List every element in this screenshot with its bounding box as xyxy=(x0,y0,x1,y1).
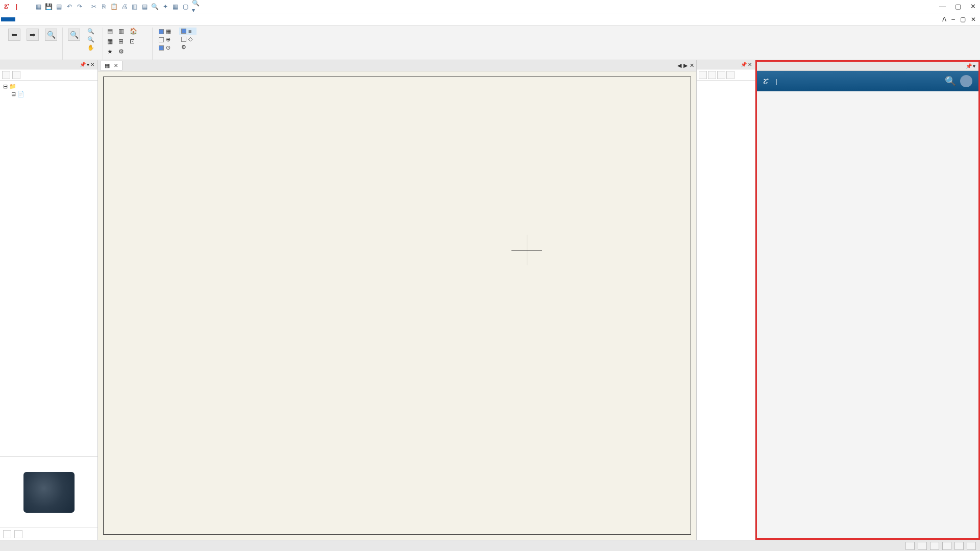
ecp-search-icon[interactable]: 🔍 xyxy=(945,76,956,87)
close-icon[interactable]: ✕ xyxy=(970,3,976,10)
zoom-to-area-button[interactable]: 🔍 xyxy=(67,28,81,43)
qat-grid-icon[interactable]: ▦ xyxy=(172,3,180,11)
tab-close-icon[interactable]: ✕ xyxy=(114,63,118,68)
res-tb1[interactable] xyxy=(699,71,707,79)
qat-page1-icon[interactable]: ▥ xyxy=(131,3,139,11)
res-tb4[interactable] xyxy=(726,71,734,79)
maximize-icon[interactable]: ▢ xyxy=(955,3,961,10)
pages-panel-header: 📌▾✕ xyxy=(0,60,97,69)
qat-cut-icon[interactable]: ✂ xyxy=(90,3,98,11)
panel-btn-5[interactable]: ⊞ xyxy=(118,38,128,47)
status-bar xyxy=(0,540,980,551)
ecp-panel: 📌▾ ፘ | 🔍 xyxy=(755,60,980,540)
qat-print-icon[interactable]: 🖨 xyxy=(120,3,129,11)
ecp-avatar[interactable] xyxy=(960,75,972,87)
panel-btn-3[interactable]: 🏠 xyxy=(130,28,139,37)
qat-page2-icon[interactable]: ▤ xyxy=(141,3,149,11)
object-snap-toggle[interactable]: ◇ xyxy=(179,35,197,43)
ribbon-restore-icon[interactable]: ▢ xyxy=(960,16,966,23)
ribbon: ⬅ ➡ 🔍 🔍 🔍 🔍 ✋ ▤ ▥ 🏠 ▦ ⊞ ⊡ ★ xyxy=(0,26,980,60)
next-drawing-button[interactable]: ➡ xyxy=(26,28,40,43)
window-controls: — ▢ ✕ xyxy=(939,3,976,10)
qat-paste-icon[interactable]: 📋 xyxy=(110,3,118,11)
restore-panel-layout-button[interactable] xyxy=(144,29,148,30)
pages-view2-icon[interactable] xyxy=(12,71,20,79)
tree-book[interactable]: ⊟ 📄 xyxy=(1,90,96,98)
canvas-tab[interactable]: ▦ ✕ xyxy=(100,61,122,70)
qat-zoom-icon[interactable]: 🔍 xyxy=(151,3,159,11)
line-thickness-toggle[interactable]: ≡ xyxy=(179,28,197,35)
save-panel-layout-button[interactable] xyxy=(144,28,148,29)
qat-target-icon[interactable]: ✦ xyxy=(161,3,169,11)
parameters-button[interactable]: ⚙ xyxy=(179,43,197,51)
minimize-icon[interactable]: — xyxy=(939,3,946,10)
ribbon-min-icon[interactable]: – xyxy=(951,16,955,23)
schematic-canvas[interactable] xyxy=(98,71,696,540)
tab-list-icon[interactable]: ✕ xyxy=(690,62,694,69)
panel-menu-icon[interactable]: ▾ xyxy=(87,62,89,67)
ecp-menu-icon[interactable]: ▾ xyxy=(973,63,975,69)
sb-list-icon[interactable] xyxy=(942,542,951,550)
zoom-in-out-button[interactable]: 🔍 xyxy=(85,36,99,43)
qat-box-icon[interactable]: ▢ xyxy=(182,3,190,11)
zoom-to-fit-button[interactable]: 🔍 xyxy=(85,28,99,35)
qat-save-icon[interactable]: 💾 xyxy=(45,3,53,11)
panel-btn-7[interactable]: ★ xyxy=(107,48,116,57)
qat-copy-icon[interactable]: ⎘ xyxy=(100,3,108,11)
pages-tree[interactable]: ⊟ 📁 ⊟ 📄 xyxy=(0,81,97,456)
tree-root[interactable]: ⊟ 📁 xyxy=(1,83,96,90)
preview-thumbnail xyxy=(0,456,97,528)
search-page-button[interactable]: 🔍 xyxy=(44,28,58,43)
panel-btn-2[interactable]: ▥ xyxy=(118,28,128,37)
sb-tool1-icon[interactable] xyxy=(954,542,964,550)
sb-page-icon[interactable] xyxy=(918,542,927,550)
panel-btn-6[interactable]: ⊡ xyxy=(130,38,139,47)
panel-close-icon[interactable]: ✕ xyxy=(90,62,94,67)
panel-btn-8[interactable]: ⚙ xyxy=(118,48,128,57)
quick-access-toolbar: ▦ 💾 ▤ ↶ ↷ ✂ ⎘ 📋 🖨 ▥ ▤ 🔍 ✦ ▦ ▢ 🔍▾ xyxy=(35,3,200,11)
tab-prev-icon[interactable]: ◀ xyxy=(677,62,681,69)
file-menu[interactable] xyxy=(1,17,15,21)
app-logo: ፘ | xyxy=(4,2,22,11)
pages-view1-icon[interactable] xyxy=(2,71,10,79)
res-pin-icon[interactable]: 📌 xyxy=(741,62,747,67)
qat-book-icon[interactable]: ▤ xyxy=(55,3,63,11)
snap-toggle[interactable]: ⊙ xyxy=(157,44,175,52)
orthomode-toggle[interactable]: ⊕ xyxy=(157,36,175,43)
ecp-panel-header: 📌▾ xyxy=(757,62,978,71)
previous-drawing-button[interactable]: ⬅ xyxy=(7,28,21,43)
menu-bar: ᐱ – ▢ ✕ xyxy=(0,13,980,26)
panel-pin-icon[interactable]: 📌 xyxy=(80,62,86,67)
preview-btn1[interactable] xyxy=(3,530,11,538)
grid-toggle[interactable]: ▦ xyxy=(157,28,175,35)
ds-icon: ፘ xyxy=(4,2,9,11)
reset-panel-layout-button[interactable] xyxy=(144,31,148,32)
res-tb2[interactable] xyxy=(708,71,716,79)
sb-cursor-icon[interactable] xyxy=(930,542,939,550)
resources-header: 📌✕ xyxy=(697,60,755,69)
qat-search-icon[interactable]: 🔍▾ xyxy=(192,3,200,11)
preview-btn2[interactable] xyxy=(14,530,22,538)
canvas-area: ▦ ✕ ◀ ▶ ✕ xyxy=(98,60,696,540)
res-close-icon[interactable]: ✕ xyxy=(748,62,752,67)
resources-panel: 📌✕ xyxy=(696,60,755,540)
tab-next-icon[interactable]: ▶ xyxy=(683,62,688,69)
ecp-pin-icon[interactable]: 📌 xyxy=(966,63,972,69)
ribbon-close-icon[interactable]: ✕ xyxy=(971,16,976,23)
qat-redo-icon[interactable]: ↷ xyxy=(76,3,84,11)
ribbon-expand-icon[interactable]: ᐱ xyxy=(942,16,946,23)
panel-btn-1[interactable]: ▤ xyxy=(107,28,116,37)
canvas-cursor xyxy=(511,235,542,265)
sb-grid-icon[interactable] xyxy=(905,542,915,550)
qat-new-icon[interactable]: ▦ xyxy=(35,3,43,11)
title-bar: ፘ | ▦ 💾 ▤ ↶ ↷ ✂ ⎘ 📋 🖨 ▥ ▤ 🔍 ✦ ▦ ▢ 🔍▾ — ▢… xyxy=(0,0,980,13)
ecp-brand-header: ፘ | 🔍 xyxy=(757,71,978,91)
pan-button[interactable]: ✋ xyxy=(85,44,99,52)
qat-undo-icon[interactable]: ↶ xyxy=(65,3,74,11)
panel-btn-4[interactable]: ▦ xyxy=(107,38,116,47)
ds-logo-icon: ፘ xyxy=(763,77,768,86)
res-tb3[interactable] xyxy=(717,71,725,79)
pages-panel: 📌▾✕ ⊟ 📁 ⊟ 📄 xyxy=(0,60,98,540)
sb-tool2-icon[interactable] xyxy=(967,542,976,550)
